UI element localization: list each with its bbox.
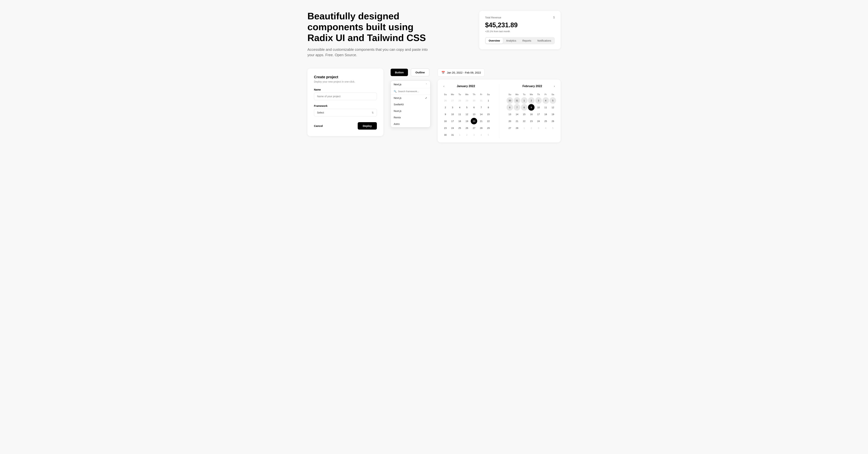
cal-day[interactable]: 23	[528, 118, 534, 124]
cal-day[interactable]: 28	[457, 97, 463, 104]
cal-day[interactable]: 24	[535, 118, 542, 124]
cal-day[interactable]: 10	[449, 111, 456, 118]
cal-day[interactable]: 1	[485, 97, 492, 104]
cal-day[interactable]: 31	[449, 132, 456, 138]
cal-day[interactable]: 29	[485, 125, 492, 131]
cal-day[interactable]: 3	[535, 125, 542, 131]
outline-button[interactable]: Outline	[411, 68, 429, 76]
tabs-bar: Overview Analytics Reports Notifications	[485, 37, 555, 44]
cal-day[interactable]: 19	[550, 111, 556, 118]
cal-day[interactable]: 15	[485, 111, 492, 118]
tab-overview[interactable]: Overview	[486, 38, 503, 43]
cal-day[interactable]: 26	[550, 118, 556, 124]
cal-day[interactable]: 31	[514, 97, 520, 104]
cal-day[interactable]: 12	[464, 111, 470, 118]
cal-day[interactable]: 2	[442, 104, 448, 110]
cal-day[interactable]: 21	[514, 118, 520, 124]
cal-day[interactable]: 1	[521, 125, 527, 131]
cal-day[interactable]: 25	[457, 125, 463, 131]
framework-search-input[interactable]	[398, 90, 428, 93]
cal-day[interactable]: 13	[471, 111, 477, 118]
cal-day[interactable]: 15	[521, 111, 527, 118]
cal-day[interactable]: 5	[550, 125, 556, 131]
cal-day[interactable]: 2	[528, 125, 534, 131]
cal-day[interactable]: 5	[550, 97, 556, 104]
tab-analytics[interactable]: Analytics	[503, 38, 519, 43]
cal-day[interactable]: 8	[485, 104, 492, 110]
cal-day[interactable]: 21	[478, 118, 485, 124]
cal-day[interactable]: 18	[457, 118, 463, 124]
cal-day[interactable]: 14	[478, 111, 485, 118]
deploy-button[interactable]: Deploy	[358, 122, 377, 130]
cal-day[interactable]: 1	[457, 132, 463, 138]
project-name-input[interactable]	[314, 93, 377, 100]
cal-day[interactable]: 11	[542, 104, 549, 110]
cal-day[interactable]: 6	[471, 104, 477, 110]
dropdown-item-nuxtjs[interactable]: Nuxt.js	[391, 108, 430, 114]
cal-day[interactable]: 29	[464, 97, 470, 104]
cal-day[interactable]: 17	[535, 111, 542, 118]
cal-day[interactable]: 18	[542, 111, 549, 118]
framework-select[interactable]: Select ⇅	[314, 109, 377, 117]
cal-day[interactable]: 30	[506, 97, 513, 104]
cal-day[interactable]: 22	[485, 118, 492, 124]
cal-day[interactable]: 3	[449, 104, 456, 110]
cal-day[interactable]: 5	[464, 104, 470, 110]
cal-day[interactable]: 28	[514, 125, 520, 131]
dropdown-item-astro[interactable]: Astro	[391, 121, 430, 127]
cal-day[interactable]: 2	[528, 97, 534, 104]
cal-day[interactable]: 11	[457, 111, 463, 118]
cal-day[interactable]: 7	[514, 104, 520, 110]
cal-day[interactable]: 30	[442, 132, 448, 138]
dropdown-item-remix[interactable]: Remix	[391, 114, 430, 121]
cal-day[interactable]: 16	[528, 111, 534, 118]
cal-day-selected-feb9[interactable]: 9	[528, 104, 534, 110]
cal-day[interactable]: 10	[535, 104, 542, 110]
cal-day[interactable]: 8	[521, 104, 527, 110]
dropdown-item-sveltekit[interactable]: SvelteKit	[391, 101, 430, 108]
cal-day[interactable]: 13	[506, 111, 513, 118]
dropdown-item-nextjs[interactable]: Next.js ✓	[391, 95, 430, 101]
cal-day[interactable]: 30	[471, 97, 477, 104]
cal-day-selected-jan20[interactable]: 20	[471, 118, 477, 124]
date-range-bar[interactable]: 📅 Jan 20, 2022 - Feb 09, 2022	[438, 68, 485, 77]
cal-day[interactable]: 22	[521, 118, 527, 124]
cal-day[interactable]: 24	[449, 125, 456, 131]
next-month-button[interactable]: ›	[553, 84, 556, 89]
cal-day[interactable]: 16	[442, 118, 448, 124]
cal-day[interactable]: 14	[514, 111, 520, 118]
cal-day[interactable]: 5	[485, 132, 492, 138]
cal-day[interactable]: 26	[442, 97, 448, 104]
tab-reports[interactable]: Reports	[520, 38, 534, 43]
cal-day[interactable]: 4	[457, 104, 463, 110]
prev-month-button[interactable]: ‹	[442, 84, 446, 89]
cal-day[interactable]: 7	[478, 104, 485, 110]
cal-day[interactable]: 3	[471, 132, 477, 138]
cal-day[interactable]: 6	[506, 104, 513, 110]
cal-day[interactable]: 27	[471, 125, 477, 131]
cal-day[interactable]: 3	[535, 97, 542, 104]
cal-day[interactable]: 4	[542, 125, 549, 131]
solid-button[interactable]: Button	[391, 69, 408, 76]
cal-day[interactable]: 1	[521, 97, 527, 104]
cal-day[interactable]: 17	[449, 118, 456, 124]
cal-day[interactable]: 2	[464, 132, 470, 138]
cal-day[interactable]: 9	[442, 111, 448, 118]
card-title: Create project	[314, 75, 377, 79]
cal-day[interactable]: 4	[478, 132, 485, 138]
cal-day[interactable]: 27	[449, 97, 456, 104]
cal-day[interactable]: 4	[542, 97, 549, 104]
tab-notifications[interactable]: Notifications	[534, 38, 554, 43]
cal-day[interactable]: 23	[442, 125, 448, 131]
cal-day[interactable]: 19	[464, 118, 470, 124]
cal-day[interactable]: 27	[506, 125, 513, 131]
dropdown-trigger[interactable]: Next.js ⌃	[391, 81, 430, 88]
cal-day[interactable]: 31	[478, 97, 485, 104]
cal-day[interactable]: 25	[542, 118, 549, 124]
hero-section: Beautifully designed components built us…	[307, 11, 561, 58]
cal-day[interactable]: 26	[464, 125, 470, 131]
cal-day[interactable]: 20	[506, 118, 513, 124]
cal-day[interactable]: 12	[550, 104, 556, 110]
cancel-button[interactable]: Cancel	[314, 123, 323, 129]
cal-day[interactable]: 28	[478, 125, 485, 131]
